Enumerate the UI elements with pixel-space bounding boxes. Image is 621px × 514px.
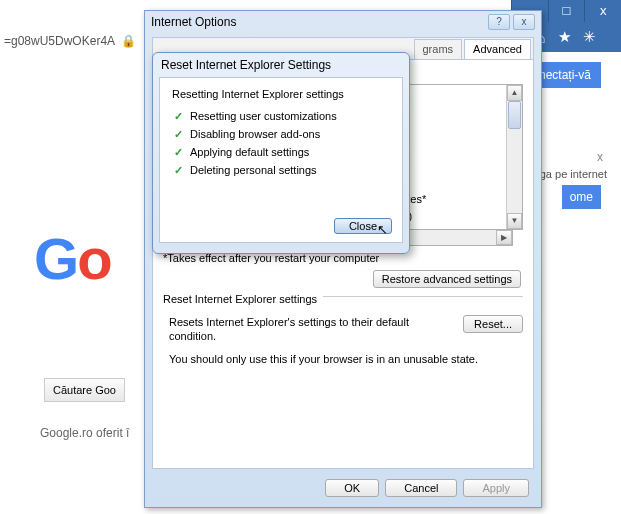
tab-programs[interactable]: grams xyxy=(414,39,463,59)
cancel-button[interactable]: Cancel xyxy=(385,479,457,497)
scroll-up-icon[interactable]: ▲ xyxy=(507,85,522,101)
scroll-down-icon[interactable]: ▼ xyxy=(507,213,522,229)
reset-dialog-title[interactable]: Reset Internet Explorer Settings xyxy=(153,53,409,77)
logo-letter: o xyxy=(77,226,110,291)
reset-note: You should only use this if your browser… xyxy=(169,353,523,365)
reset-dialog-body: Resetting Internet Explorer settings Res… xyxy=(159,77,403,243)
internet-options-footer: OK Cancel Apply xyxy=(145,469,541,507)
reset-step: Disabling browser add-ons xyxy=(190,128,390,140)
lock-icon: 🔒 xyxy=(121,34,136,48)
page-footer-text: Google.ro oferit î xyxy=(40,426,129,440)
reset-legend: Reset Internet Explorer settings xyxy=(163,293,323,305)
promo-button[interactable]: ome xyxy=(562,185,601,209)
tab-advanced[interactable]: Advanced xyxy=(464,39,531,59)
logo-letter: G xyxy=(34,226,77,291)
reset-step: Deleting personal settings xyxy=(190,164,390,176)
scroll-right-icon[interactable]: ▶ xyxy=(496,230,512,245)
reset-dialog: Reset Internet Explorer Settings Resetti… xyxy=(152,52,410,254)
reset-step: Applying default settings xyxy=(190,146,390,158)
url-fragment: =g08wU5DwOKer4A xyxy=(4,34,115,48)
reset-description: Resets Internet Explorer's settings to t… xyxy=(163,315,455,343)
close-button[interactable]: x xyxy=(513,14,535,30)
reset-group: Reset Internet Explorer settings Resets … xyxy=(163,296,523,365)
ok-button[interactable]: OK xyxy=(325,479,379,497)
google-search-button[interactable]: Căutare Goo xyxy=(44,378,125,402)
close-button[interactable]: Close xyxy=(334,218,392,234)
apply-button: Apply xyxy=(463,479,529,497)
window-close-button[interactable]: x xyxy=(584,0,621,22)
promo-close-icon[interactable]: x xyxy=(597,150,603,164)
reset-step: Resetting user customizations xyxy=(190,110,390,122)
maximize-button[interactable]: □ xyxy=(548,0,585,22)
scroll-thumb[interactable] xyxy=(508,101,521,129)
internet-options-titlebar[interactable]: Internet Options ? x xyxy=(145,11,541,33)
google-logo: Go xyxy=(34,225,111,292)
reset-button[interactable]: Reset... xyxy=(463,315,523,333)
internet-options-title: Internet Options xyxy=(151,15,236,29)
reset-dialog-heading: Resetting Internet Explorer settings xyxy=(172,88,390,100)
restore-advanced-button[interactable]: Restore advanced settings xyxy=(373,270,521,288)
gear-icon[interactable]: ✳ xyxy=(583,28,596,46)
promo-text: riga pe internet xyxy=(534,168,607,180)
favorites-icon[interactable]: ★ xyxy=(558,28,571,46)
address-bar-fragment: =g08wU5DwOKer4A 🔒 xyxy=(0,30,140,52)
help-button[interactable]: ? xyxy=(488,14,510,30)
vertical-scrollbar[interactable]: ▲ ▼ xyxy=(506,85,522,229)
